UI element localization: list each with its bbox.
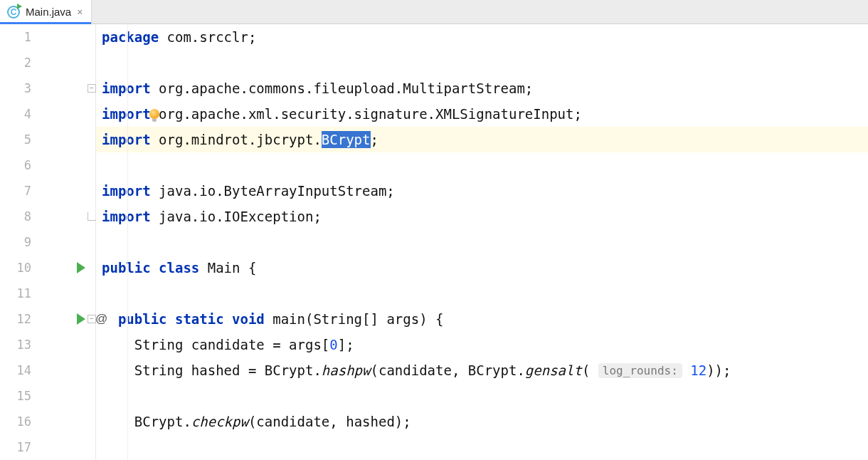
keyword-token: import [102,80,159,96]
line-number: 1 [0,30,36,44]
line-number: 3 [0,81,36,95]
gutter-row: 5 [0,127,95,152]
gutter-icons [36,24,95,50]
code-token: java.io.IOException; [159,209,322,224]
gutter-row: 17 [0,434,95,460]
keyword-token: public static void [118,311,272,327]
code-line[interactable] [96,50,868,75]
code-token: )); [706,362,731,378]
selected-text: BCrypt [322,131,371,148]
gutter-row: 3− [0,75,95,101]
gutter-icons [36,332,95,357]
code-line[interactable]: public class Main { [96,255,868,281]
line-number: 13 [0,338,36,352]
gutter-row: 8 [0,204,95,229]
gutter-row: 12@− [0,306,95,332]
code-area[interactable]: package com.srcclr;import org.apache.com… [96,24,868,460]
code-token: main(String[] args) { [272,311,443,327]
line-number: 14 [0,363,36,377]
line-number: 9 [0,235,36,249]
code-line[interactable] [96,383,868,409]
code-line[interactable] [96,281,868,306]
tab-filename: Main.java [26,6,71,18]
line-number: 10 [0,261,36,275]
code-line[interactable] [96,229,868,255]
keyword-token: package [102,29,167,45]
run-gutter-icon[interactable] [77,313,85,325]
intention-bulb-icon[interactable] [149,109,159,119]
code-line[interactable]: import org.mindrot.jbcrypt.BCrypt; [96,127,868,152]
code-line[interactable]: import org.apache.xml.security.signature… [96,101,868,127]
keyword-token: import [102,183,159,199]
runnable-play-icon [17,4,22,9]
code-token [682,362,690,378]
indent-guide [127,24,128,460]
gutter-row: 10 [0,255,95,281]
gutter-icons [36,434,95,460]
keyword-token: import [102,209,159,224]
line-number: 7 [0,184,36,198]
tab-bar: C Main.java × [0,0,868,24]
gutter-icons [36,383,95,409]
fold-region-end-icon[interactable] [88,212,96,221]
run-gutter-icon[interactable] [77,262,85,273]
line-number: 12 [0,312,36,326]
gutter-row: 1 [0,24,95,50]
code-line[interactable]: package com.srcclr; [96,24,868,50]
line-number: 16 [0,414,36,429]
code-line[interactable]: import org.apache.commons.fileupload.Mul… [96,75,868,101]
code-token: com.srcclr; [167,29,257,45]
line-number: 4 [0,107,36,121]
line-number: 2 [0,56,36,70]
code-line[interactable]: import java.io.ByteArrayInputStream; [96,178,868,204]
gutter-row: 4 [0,101,95,127]
number-token: 0 [329,337,337,352]
gutter-icons [36,101,95,127]
fold-collapse-icon[interactable]: − [88,315,96,323]
code-token [102,311,118,327]
gutter-icons [36,127,95,152]
gutter-icons [36,178,95,204]
line-number: 15 [0,389,36,403]
line-number: 11 [0,286,36,300]
code-line[interactable]: String hashed = BCrypt.hashpw(candidate,… [96,357,868,383]
code-token: org.apache.commons.fileupload.MultipartS… [159,80,533,96]
code-line[interactable] [96,434,868,460]
gutter-icons [36,357,95,383]
gutter-icons [36,50,95,75]
parameter-hint: log_rounds: [598,363,682,378]
code-line[interactable]: import java.io.IOException; [96,204,868,229]
code-line[interactable]: public static void main(String[] args) { [96,306,868,332]
static-method-token: checkpw [191,414,248,429]
code-token: String hashed = BCrypt. [102,362,322,378]
gutter-icons [36,204,95,229]
gutter-row: 13 [0,332,95,357]
gutter-row: 14 [0,357,95,383]
code-editor[interactable]: 123−456789101112@−1314151617 package com… [0,24,868,460]
code-token: ; [371,132,379,147]
code-line[interactable]: String candidate = args[0]; [96,332,868,357]
code-token: (candidate, BCrypt. [371,362,525,378]
editor-gutter: 123−456789101112@−1314151617 [0,24,96,460]
gutter-icons [36,152,95,178]
static-method-token: gensalt [525,362,582,378]
gutter-row: 15 [0,383,95,409]
gutter-row: 7 [0,178,95,204]
code-token: ( [582,362,598,378]
code-line[interactable]: BCrypt.checkpw(candidate, hashed); [96,409,868,434]
line-number: 5 [0,132,36,147]
gutter-row: 16 [0,409,95,434]
fold-collapse-icon[interactable]: − [88,84,96,93]
close-icon[interactable]: × [77,6,83,18]
code-token: BCrypt. [102,414,191,429]
gutter-icons [36,281,95,306]
code-token: org.mindrot.jbcrypt. [159,132,322,147]
code-line[interactable] [96,152,868,178]
code-token: String candidate = args[ [102,337,329,352]
code-token: Main { [208,260,257,276]
code-token: org.apache.xml.security.signature.XMLSig… [159,106,582,122]
gutter-icons [36,229,95,255]
code-token: (candidate, hashed); [248,414,411,429]
file-tab-main-java[interactable]: C Main.java × [0,0,92,23]
gutter-row: 2 [0,50,95,75]
